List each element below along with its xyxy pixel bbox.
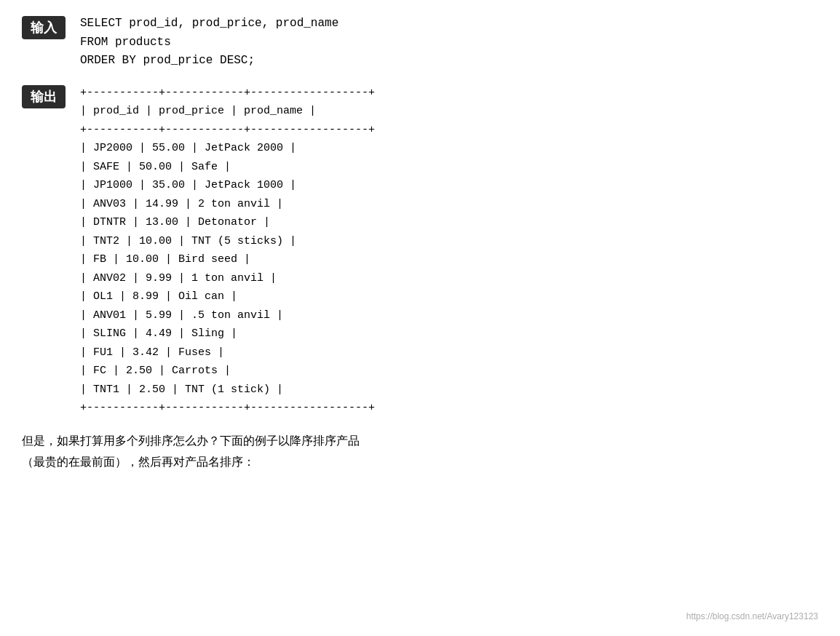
table-row: | TNT2 | 10.00 | TNT (5 sticks) | <box>80 232 375 251</box>
table-row: | TNT1 | 2.50 | TNT (1 stick) | <box>80 381 375 400</box>
sql-line-2: FROM products <box>80 33 338 52</box>
table-row: | SAFE | 50.00 | Safe | <box>80 158 375 177</box>
sql-line-1: SELECT prod_id, prod_price, prod_name <box>80 15 338 33</box>
sql-line-3: ORDER BY prod_price DESC; <box>80 52 338 71</box>
sql-code: SELECT prod_id, prod_price, prod_name FR… <box>80 15 338 71</box>
table-row: | FC | 2.50 | Carrots | <box>80 362 375 381</box>
table-row: | ANV01 | 5.99 | .5 ton anvil | <box>80 306 375 325</box>
output-section: 输出 +-----------+------------+-----------… <box>22 84 818 418</box>
table-row: | FU1 | 3.42 | Fuses | <box>80 343 375 362</box>
table-row: | ANV02 | 9.99 | 1 ton anvil | <box>80 269 375 288</box>
table-row: | ANV03 | 14.99 | 2 ton anvil | <box>80 195 375 214</box>
table-row: | SLING | 4.49 | Sling | <box>80 325 375 343</box>
bottom-description: 但是，如果打算用多个列排序怎么办？下面的例子以降序排序产品 （最贵的在最前面），… <box>22 431 818 473</box>
input-section: 输入 SELECT prod_id, prod_price, prod_name… <box>22 15 818 71</box>
table-top-border: +-----------+------------+--------------… <box>80 84 375 103</box>
watermark: https://blog.csdn.net/Avary123123 <box>686 611 818 621</box>
input-label: 输入 <box>22 16 66 39</box>
result-table: +-----------+------------+--------------… <box>80 84 375 418</box>
bottom-text-line1: 但是，如果打算用多个列排序怎么办？下面的例子以降序排序产品 <box>22 431 818 452</box>
output-label: 输出 <box>22 85 66 108</box>
table-header: | prod_id | prod_price | prod_name | <box>80 102 375 121</box>
table-header-border: +-----------+------------+--------------… <box>80 121 375 140</box>
table-row: | OL1 | 8.99 | Oil can | <box>80 287 375 306</box>
table-row: | JP1000 | 35.00 | JetPack 1000 | <box>80 176 375 195</box>
table-bottom-border: +-----------+------------+--------------… <box>80 399 375 418</box>
table-row: | DTNTR | 13.00 | Detonator | <box>80 213 375 232</box>
table-row: | FB | 10.00 | Bird seed | <box>80 250 375 269</box>
bottom-text-line2: （最贵的在最前面），然后再对产品名排序： <box>22 452 818 473</box>
table-row: | JP2000 | 55.00 | JetPack 2000 | <box>80 139 375 158</box>
